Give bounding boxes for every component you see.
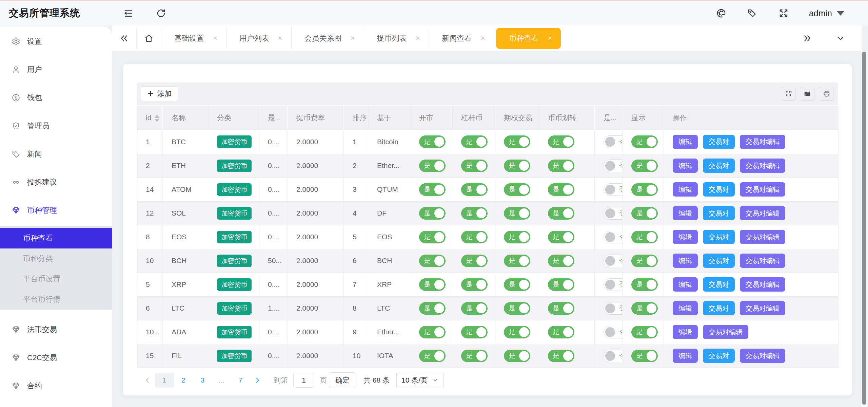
- sidebar-subitem-coin-view[interactable]: 币种查看: [0, 228, 112, 248]
- toggle-off[interactable]: 否: [604, 255, 622, 267]
- toggle-on[interactable]: 是: [419, 350, 446, 362]
- toggle-on[interactable]: 是: [631, 160, 658, 172]
- sidebar-subitem-coin-category[interactable]: 币种分类: [0, 248, 112, 269]
- pair-edit-button[interactable]: 交易对编辑: [740, 301, 785, 315]
- add-button[interactable]: 添加: [141, 86, 178, 101]
- page-number[interactable]: 3: [193, 373, 212, 388]
- chevrons-left-icon[interactable]: [112, 28, 136, 49]
- home-icon[interactable]: [136, 28, 161, 49]
- edit-button[interactable]: 编辑: [673, 349, 698, 363]
- close-icon[interactable]: ×: [278, 34, 282, 43]
- page-number[interactable]: 2: [174, 373, 193, 388]
- pair-edit-button[interactable]: 交易对编辑: [703, 325, 748, 339]
- edit-button[interactable]: 编辑: [673, 301, 698, 315]
- collapse-sidebar-icon[interactable]: [123, 7, 134, 19]
- toggle-on[interactable]: 是: [631, 183, 658, 196]
- close-icon[interactable]: ×: [416, 34, 420, 43]
- toggle-on[interactable]: 是: [504, 278, 530, 291]
- sidebar-item-users[interactable]: 用户: [0, 61, 112, 78]
- toggle-off[interactable]: 否: [604, 326, 622, 338]
- pair-edit-button[interactable]: 交易对编辑: [740, 182, 785, 197]
- toggle-on[interactable]: 是: [419, 160, 446, 172]
- pair-button[interactable]: 交易对: [703, 159, 735, 173]
- toggle-on[interactable]: 是: [419, 207, 446, 220]
- page-number[interactable]: 1: [155, 373, 174, 388]
- toggle-off[interactable]: 否: [604, 302, 622, 315]
- toggle-on[interactable]: 是: [548, 350, 574, 362]
- toggle-on[interactable]: 是: [504, 302, 530, 315]
- toggle-on[interactable]: 是: [631, 350, 658, 362]
- tab-news-view[interactable]: 新闻查看×: [429, 28, 494, 49]
- confirm-button[interactable]: 确定: [329, 372, 356, 388]
- chevrons-right-icon[interactable]: [795, 28, 820, 49]
- toggle-on[interactable]: 是: [504, 350, 530, 362]
- pair-button[interactable]: 交易对: [703, 254, 735, 268]
- fullscreen-icon[interactable]: [778, 7, 789, 19]
- toggle-on[interactable]: 是: [631, 231, 658, 243]
- chevron-down-icon[interactable]: [828, 28, 853, 49]
- toggle-on[interactable]: 是: [631, 135, 658, 148]
- user-menu[interactable]: admin: [809, 8, 844, 18]
- toggle-on[interactable]: 是: [461, 278, 488, 291]
- edit-button[interactable]: 编辑: [673, 159, 698, 173]
- toggle-on[interactable]: 是: [419, 326, 446, 338]
- toggle-on[interactable]: 是: [461, 350, 488, 362]
- sidebar-item-admins[interactable]: 管理员: [0, 118, 112, 134]
- toggle-on[interactable]: 是: [461, 183, 488, 196]
- toggle-on[interactable]: 是: [548, 231, 574, 243]
- sidebar-item-fiat-trade[interactable]: 法币交易: [0, 321, 112, 338]
- edit-button[interactable]: 编辑: [673, 206, 698, 220]
- toggle-on[interactable]: 是: [504, 135, 530, 148]
- refresh-icon[interactable]: [155, 7, 167, 19]
- toggle-on[interactable]: 是: [504, 183, 530, 196]
- close-icon[interactable]: ×: [548, 34, 552, 43]
- pair-button[interactable]: 交易对: [703, 135, 735, 149]
- pair-button[interactable]: 交易对: [703, 349, 735, 363]
- toggle-on[interactable]: 是: [548, 207, 574, 220]
- toggle-on[interactable]: 是: [548, 326, 574, 338]
- toggle-on[interactable]: 是: [631, 207, 658, 220]
- toggle-on[interactable]: 是: [504, 231, 530, 243]
- toggle-on[interactable]: 是: [631, 302, 658, 315]
- goto-page-input[interactable]: [293, 373, 314, 388]
- toggle-off[interactable]: 否: [604, 207, 622, 220]
- next-page-icon[interactable]: [250, 373, 265, 388]
- close-icon[interactable]: ×: [351, 34, 355, 43]
- export-icon[interactable]: [801, 87, 814, 100]
- toggle-on[interactable]: 是: [548, 302, 574, 315]
- edit-button[interactable]: 编辑: [673, 325, 698, 339]
- pair-button[interactable]: 交易对: [703, 277, 735, 292]
- pair-edit-button[interactable]: 交易对编辑: [740, 206, 785, 220]
- toggle-on[interactable]: 是: [461, 135, 488, 148]
- toggle-on[interactable]: 是: [461, 160, 488, 172]
- sidebar-item-feedback[interactable]: 投拆建议: [0, 174, 112, 190]
- toggle-on[interactable]: 是: [548, 183, 574, 196]
- toggle-on[interactable]: 是: [548, 160, 574, 172]
- pair-edit-button[interactable]: 交易对编辑: [740, 254, 785, 268]
- toggle-on[interactable]: 是: [504, 326, 530, 338]
- toggle-on[interactable]: 是: [461, 302, 488, 315]
- prev-page-icon[interactable]: [140, 373, 155, 388]
- toggle-on[interactable]: 是: [461, 207, 488, 220]
- sidebar-item-c2c-trade[interactable]: C2C交易: [0, 350, 112, 366]
- vertical-scrollbar[interactable]: [861, 51, 867, 407]
- sidebar-item-contract[interactable]: 合约: [0, 378, 112, 394]
- toggle-on[interactable]: 是: [461, 255, 488, 267]
- close-icon[interactable]: ×: [213, 34, 217, 43]
- tab-member-graph[interactable]: 会员关系图×: [292, 28, 364, 49]
- toggle-on[interactable]: 是: [548, 278, 574, 291]
- toggle-off[interactable]: 否: [604, 278, 622, 291]
- sidebar-subitem-platform-coin-settings[interactable]: 平台币设置: [0, 269, 112, 289]
- tags-icon[interactable]: [747, 7, 758, 19]
- tab-base-settings[interactable]: 基础设置×: [161, 28, 226, 49]
- toggle-on[interactable]: 是: [504, 207, 530, 220]
- toggle-on[interactable]: 是: [419, 302, 446, 315]
- toggle-on[interactable]: 是: [419, 255, 446, 267]
- pair-edit-button[interactable]: 交易对编辑: [740, 135, 785, 149]
- pair-edit-button[interactable]: 交易对编辑: [740, 230, 785, 244]
- page-number[interactable]: 7: [231, 373, 250, 388]
- pair-button[interactable]: 交易对: [703, 182, 735, 197]
- page-size-select[interactable]: 10 条/页: [396, 372, 443, 388]
- scrollbar-thumb[interactable]: [862, 52, 866, 405]
- pair-button[interactable]: 交易对: [703, 301, 735, 315]
